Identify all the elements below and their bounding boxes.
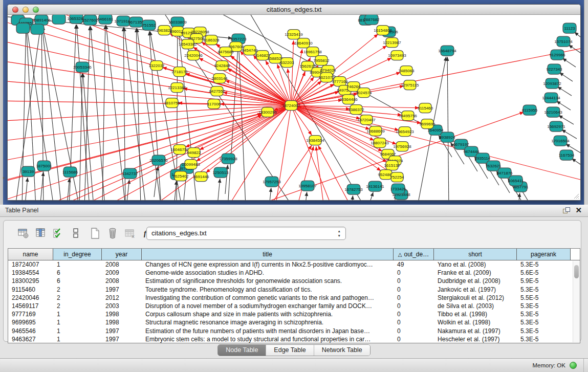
- graph-node[interactable]: 12325419: [285, 30, 303, 39]
- window-resize-grip[interactable]: [574, 194, 579, 199]
- row-height-icon[interactable]: [69, 227, 82, 240]
- network-canvas[interactable]: 1403557208914061065328715276026466161107…: [8, 15, 580, 200]
- table-row[interactable]: 977716911998Corpus callosum shape and si…: [8, 310, 580, 318]
- graph-node[interactable]: 17359928: [219, 154, 237, 164]
- panel-collapse-icon[interactable]: ▸: [3, 175, 6, 180]
- create-column-icon[interactable]: [89, 227, 102, 240]
- scrollbar-thumb[interactable]: [574, 265, 579, 278]
- graph-node[interactable]: 3024574: [356, 88, 372, 98]
- graph-node[interactable]: 18495756: [399, 111, 417, 121]
- graph-node[interactable]: 1322037: [148, 61, 165, 71]
- table-row[interactable]: 946554611997Estimation of the future num…: [8, 327, 580, 335]
- graph-node[interactable]: 7955812: [313, 56, 330, 65]
- graph-node[interactable]: 9242848: [214, 61, 230, 71]
- graph-node[interactable]: [16, 23, 30, 33]
- graph-node[interactable]: 15751074: [554, 36, 573, 47]
- graph-node[interactable]: 12444134: [542, 93, 560, 103]
- graph-node[interactable]: 9129966: [549, 50, 565, 60]
- graph-node[interactable]: 1065411: [508, 176, 524, 186]
- graph-node[interactable]: 20891406: [32, 15, 51, 25]
- graph-node[interactable]: [31, 24, 44, 34]
- column-header-out_de[interactable]: △out_de…: [394, 249, 434, 260]
- table-row[interactable]: 911546021997Tourette syndrome. Phenomeno…: [8, 286, 580, 294]
- graph-node[interactable]: 7386372: [348, 105, 364, 115]
- select-columns-icon[interactable]: [52, 227, 65, 240]
- graph-node[interactable]: [52, 15, 66, 24]
- table-row[interactable]: 969969511998Structural magnetic resonanc…: [8, 318, 580, 326]
- graph-node[interactable]: 12213987: [383, 38, 401, 48]
- graph-node[interactable]: 16033809: [168, 17, 187, 27]
- delete-table-icon[interactable]: ×: [123, 227, 137, 240]
- table-row[interactable]: 2242004622012Investigating the contribut…: [8, 294, 580, 302]
- delete-column-icon[interactable]: [106, 227, 119, 240]
- graph-node[interactable]: 1875001: [36, 161, 52, 171]
- graph-node[interactable]: 17957253: [263, 177, 281, 187]
- column-header-short[interactable]: short: [434, 249, 517, 260]
- tab-edge-table[interactable]: Edge Table: [266, 345, 313, 356]
- graph-node[interactable]: 16961758: [303, 47, 322, 57]
- graph-node[interactable]: 19654923: [396, 127, 414, 137]
- graph-node[interactable]: 9227343: [546, 64, 562, 74]
- graph-node[interactable]: 117006: [207, 99, 221, 109]
- graph-node[interactable]: 1250513: [212, 167, 229, 178]
- column-header-pagerank[interactable]: pagerank: [517, 249, 571, 260]
- tab-node-table[interactable]: Node Table: [218, 345, 266, 356]
- graph-node[interactable]: 12213386: [168, 83, 186, 93]
- table-scrollbar[interactable]: [573, 261, 579, 342]
- column-header-name[interactable]: name: [8, 249, 53, 260]
- graph-node[interactable]: 11123: [563, 23, 576, 33]
- graph-node[interactable]: 2887682: [363, 15, 380, 25]
- graph-node[interactable]: 12975115: [401, 80, 420, 90]
- graph-node[interactable]: 6466161: [97, 15, 114, 24]
- table-mode-icon[interactable]: [17, 227, 30, 240]
- graph-node[interactable]: 752254: [390, 172, 404, 182]
- graph-node[interactable]: 14136141: [366, 181, 384, 191]
- graph-node[interactable]: 15692971: [547, 121, 565, 132]
- graph-node[interactable]: 8115955: [522, 105, 538, 115]
- graph-node[interactable]: 8427552: [209, 86, 225, 96]
- tab-network-table[interactable]: Network Table: [314, 345, 370, 356]
- table-row[interactable]: 946362711997Embryonic stem cells: a mode…: [8, 335, 580, 343]
- table-row[interactable]: 1938455462009Genome-wide association stu…: [8, 269, 580, 277]
- table-source-combobox[interactable]: citations_edges.txt ▲▼: [146, 227, 346, 240]
- graph-node[interactable]: 8186328: [203, 35, 220, 45]
- graph-node[interactable]: 949822: [187, 148, 201, 158]
- graph-node[interactable]: 1691446: [193, 172, 209, 182]
- graph-node[interactable]: 16046756: [170, 145, 189, 155]
- graph-node[interactable]: 20053346: [73, 62, 92, 72]
- column-header-year[interactable]: year: [102, 249, 142, 260]
- column-header-title[interactable]: title: [142, 249, 394, 260]
- column-header-in_degree[interactable]: in_degree: [53, 249, 102, 260]
- window-titlebar[interactable]: citations_edges.txt: [8, 5, 580, 15]
- graph-node[interactable]: 1733426: [390, 184, 406, 194]
- graph-node[interactable]: 16210643: [544, 107, 562, 117]
- graph-node[interactable]: 8475685: [217, 47, 234, 57]
- graph-node[interactable]: 1167534: [559, 150, 575, 160]
- graph-node[interactable]: 7485063: [398, 66, 415, 76]
- graph-node[interactable]: 632203: [280, 58, 294, 68]
- graph-node[interactable]: 9115460: [418, 103, 433, 113]
- show-column-icon[interactable]: [34, 227, 48, 240]
- graph-node[interactable]: 17016504: [551, 136, 570, 146]
- graph-node[interactable]: 16782753: [344, 184, 363, 194]
- graph-node[interactable]: 18807243: [371, 138, 389, 148]
- graph-node[interactable]: 1342737: [122, 168, 138, 179]
- graph-node[interactable]: 19756928: [393, 142, 411, 151]
- graph-node[interactable]: 18640910: [294, 38, 313, 48]
- graph-node[interactable]: 2803144: [211, 74, 228, 83]
- graph-node[interactable]: 1527602: [82, 15, 98, 25]
- window-resize-grip[interactable]: [578, 198, 579, 199]
- graph-node[interactable]: 1810755: [164, 98, 180, 108]
- graph-node[interactable]: 39139: [21, 166, 35, 177]
- graph-node[interactable]: 10958107: [298, 181, 317, 191]
- graph-node[interactable]: 1615132: [384, 161, 400, 170]
- graph-node[interactable]: 751552: [142, 20, 156, 30]
- graph-node[interactable]: 16648794: [438, 46, 456, 56]
- float-window-icon[interactable]: [563, 207, 571, 214]
- graph-node[interactable]: 20206576: [149, 155, 168, 165]
- table-row[interactable]: 1872400712008Changes of HCN gene express…: [8, 260, 580, 269]
- graph-node[interactable]: 9777169: [332, 77, 348, 86]
- graph-node[interactable]: 20364486: [339, 95, 358, 104]
- graph-node[interactable]: 2718176: [171, 67, 188, 77]
- close-panel-icon[interactable]: ✕: [575, 206, 582, 215]
